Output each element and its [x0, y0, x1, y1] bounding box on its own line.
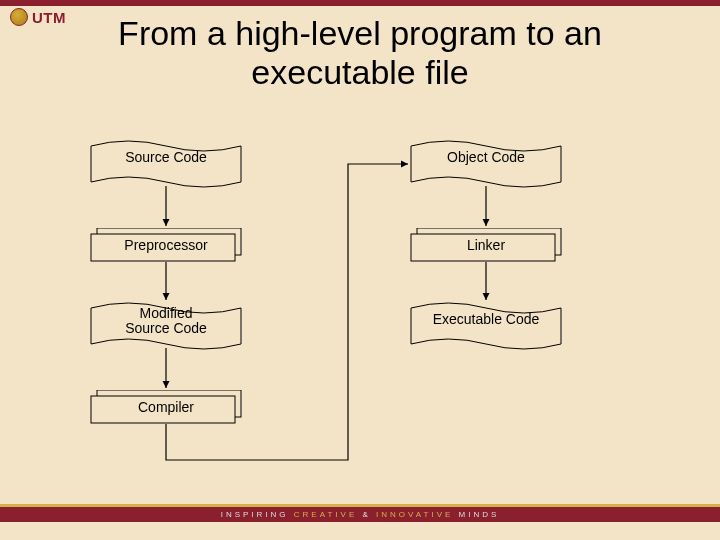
node-compiler: Compiler [90, 390, 242, 424]
node-executable-code: Executable Code [410, 302, 562, 350]
node-label: Compiler [90, 390, 242, 424]
title-line-1: From a high-level program to an [118, 14, 602, 52]
node-label: Modified Source Code [90, 302, 242, 337]
footer-bar: INSPIRING CREATIVE & INNOVATIVE MINDS [0, 504, 720, 522]
top-border [0, 0, 720, 6]
node-preprocessor: Preprocessor [90, 228, 242, 262]
title-line-2: executable file [251, 53, 468, 91]
footer-tagline: INSPIRING CREATIVE & INNOVATIVE MINDS [221, 510, 500, 519]
node-label: Executable Code [410, 302, 562, 327]
node-source-code: Source Code [90, 140, 242, 188]
node-label: Preprocessor [90, 228, 242, 262]
node-label: Object Code [410, 140, 562, 165]
node-linker: Linker [410, 228, 562, 262]
node-label: Source Code [90, 140, 242, 165]
node-modified-source: Modified Source Code [90, 302, 242, 350]
node-label: Linker [410, 228, 562, 262]
page-title: From a high-level program to an executab… [0, 14, 720, 92]
node-object-code: Object Code [410, 140, 562, 188]
